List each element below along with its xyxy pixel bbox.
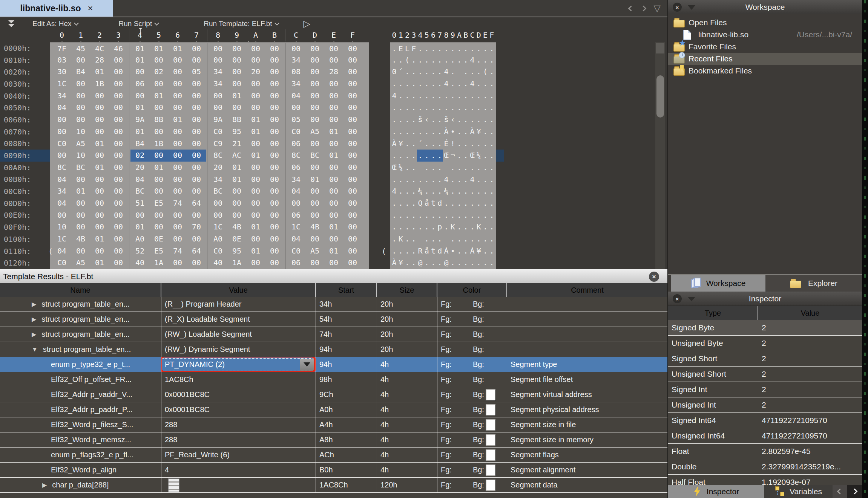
ascii-char[interactable]: . [397, 245, 404, 257]
hex-byte[interactable]: 00 [265, 209, 284, 222]
hex-byte[interactable]: A0 [130, 233, 149, 245]
hex-byte[interactable]: 01 [130, 102, 149, 114]
ascii-char[interactable]: . [423, 43, 430, 54]
hex-byte[interactable]: 00 [71, 174, 90, 186]
ascii-char[interactable]: . [404, 245, 411, 257]
hex-byte[interactable]: 8C [287, 150, 305, 162]
value-dropdown[interactable]: PT_DYNAMIC (2) [161, 358, 315, 371]
ascii-char[interactable]: . [489, 54, 495, 66]
ascii-char[interactable]: . [423, 257, 430, 269]
hex-byte[interactable]: 08 [287, 66, 305, 78]
hex-byte[interactable]: 00 [265, 90, 284, 102]
hex-byte[interactable]: 00 [265, 174, 284, 186]
hex-byte[interactable]: 02 [130, 150, 149, 162]
ascii-char[interactable]: . [489, 114, 495, 126]
ascii-char[interactable]: . [391, 54, 397, 66]
hex-byte[interactable]: AC [227, 150, 246, 162]
hex-byte[interactable]: 0E [227, 233, 246, 245]
ascii-char[interactable]: . [423, 102, 430, 114]
hex-byte[interactable]: 4B [227, 221, 246, 233]
hex-byte[interactable]: 00 [187, 233, 206, 245]
hex-byte[interactable]: 00 [246, 78, 265, 90]
hex-byte[interactable]: B4 [71, 66, 90, 78]
hex-byte[interactable]: 03 [52, 54, 71, 66]
hex-byte[interactable]: 00 [130, 66, 149, 78]
ascii-char[interactable]: . [475, 102, 482, 114]
hex-byte[interactable]: 00 [343, 245, 362, 257]
hex-byte[interactable]: C0 [52, 138, 71, 150]
ascii-char[interactable]: . [482, 233, 489, 245]
ascii-char[interactable]: À [443, 126, 449, 138]
hex-byte[interactable]: 00 [305, 66, 324, 78]
hex-byte[interactable]: 00 [246, 90, 265, 102]
hex-byte[interactable]: 00 [168, 102, 187, 114]
ascii-char[interactable]: . [463, 43, 469, 54]
workspace-menu-icon[interactable] [688, 5, 695, 10]
hex-byte[interactable]: 00 [265, 185, 284, 197]
hex-byte[interactable]: 00 [90, 185, 109, 197]
ascii-char[interactable]: . [463, 174, 469, 186]
hex-byte[interactable]: 00 [343, 150, 362, 162]
ascii-char[interactable]: Œ [443, 150, 449, 162]
ascii-char[interactable]: . [456, 138, 463, 150]
hex-byte[interactable]: 00 [109, 126, 128, 138]
ascii-char[interactable]: . [463, 54, 469, 66]
template-row[interactable]: Elf32_Word p_memsz...288A8h4hFg:Bg:Segme… [0, 432, 667, 448]
hex-byte[interactable]: 00 [187, 150, 206, 162]
ascii-char[interactable]: . [411, 185, 417, 197]
hex-byte[interactable]: 34 [52, 90, 71, 102]
ascii-char[interactable]: . [417, 150, 423, 162]
ascii-char[interactable]: . [397, 221, 404, 233]
fg-color-label[interactable]: Fg: [441, 375, 452, 384]
collapsed-triangle-icon[interactable]: ▶ [32, 331, 36, 338]
tab-workspace[interactable]: Workspace [671, 275, 765, 292]
ascii-char[interactable]: . [489, 233, 495, 245]
ascii-char[interactable]: . [463, 245, 469, 257]
hex-byte[interactable]: 00 [246, 185, 265, 197]
hex-byte[interactable]: 9A [130, 114, 149, 126]
hex-byte[interactable]: 00 [324, 90, 343, 102]
ascii-char[interactable]: . [397, 102, 404, 114]
ascii-char[interactable]: . [482, 174, 489, 186]
hex-byte[interactable]: 00 [168, 209, 187, 222]
ascii-char[interactable]: . [404, 78, 411, 90]
ascii-char[interactable]: . [411, 78, 417, 90]
ascii-char[interactable]: . [456, 150, 463, 162]
tab-scroll-left-icon[interactable] [628, 5, 634, 11]
ascii-char[interactable]: . [411, 209, 417, 222]
ascii-char[interactable]: t [430, 245, 437, 257]
hex-byte[interactable]: 70 [187, 221, 206, 233]
ascii-char[interactable]: . [404, 126, 411, 138]
ascii-char[interactable]: . [417, 174, 423, 186]
hex-byte[interactable]: 00 [265, 114, 284, 126]
ascii-char[interactable]: . [469, 185, 475, 197]
hex-byte[interactable]: 00 [287, 102, 305, 114]
ascii-char[interactable]: . [437, 233, 443, 245]
hex-byte[interactable]: 00 [168, 78, 187, 90]
ascii-char[interactable] [443, 162, 449, 174]
hex-byte[interactable]: 00 [305, 233, 324, 245]
tab-close-icon[interactable]: × [88, 4, 93, 13]
hex-byte[interactable]: 00 [90, 197, 109, 209]
workspace-item[interactable]: Recent Files [668, 53, 862, 65]
ascii-char[interactable]: . [437, 138, 443, 150]
hex-byte[interactable]: 01 [246, 126, 265, 138]
ascii-char[interactable]: . [482, 43, 489, 54]
inspector-row[interactable]: Unsigned Int2 [668, 397, 862, 413]
hex-byte[interactable]: 00 [168, 138, 187, 150]
run-template-dropdown[interactable]: Run Template: ELF.bt [204, 20, 278, 28]
hex-byte[interactable]: 00 [343, 209, 362, 222]
ascii-char[interactable]: . [430, 233, 437, 245]
bg-color-label[interactable]: Bg: [473, 390, 484, 399]
hex-byte[interactable]: 30 [52, 66, 71, 78]
ascii-char[interactable]: É [443, 138, 449, 150]
hex-byte[interactable]: 00 [187, 138, 206, 150]
hex-byte[interactable]: 00 [343, 162, 362, 174]
hex-byte[interactable]: 04 [287, 185, 305, 197]
hex-byte[interactable]: 00 [265, 257, 284, 269]
hex-byte[interactable]: 00 [168, 174, 187, 186]
hex-byte[interactable]: 01 [90, 162, 109, 174]
hex-byte[interactable]: 00 [305, 209, 324, 222]
ascii-char[interactable]: . [430, 174, 437, 186]
hex-byte[interactable]: 34 [52, 185, 71, 197]
